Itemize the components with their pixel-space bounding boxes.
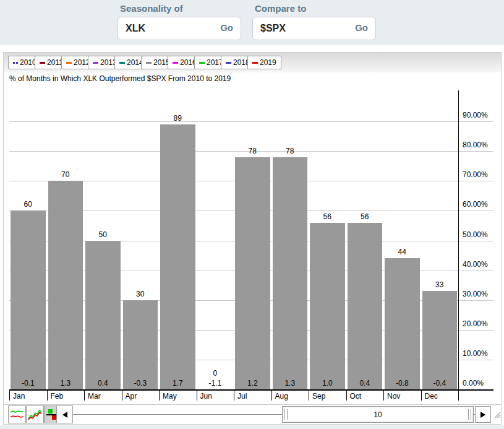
- bar-avg-gain-label: 0.4: [84, 379, 122, 388]
- bar-value-label: 0: [197, 369, 234, 378]
- scroll-left-button[interactable]: [56, 405, 73, 423]
- bar-sep: [310, 223, 345, 389]
- y-axis-tick-label: 70.00%: [463, 170, 488, 179]
- month-tick: [234, 389, 234, 401]
- bar-dec: [422, 291, 458, 389]
- month-tick: [197, 389, 197, 401]
- bar-nov: [385, 258, 420, 389]
- y-axis-tick-label: 20.00%: [463, 319, 488, 328]
- bar-jan: [11, 210, 46, 389]
- dash-line-marker-icon: [66, 62, 72, 64]
- bar-value-label: 56: [309, 212, 346, 221]
- dash-line-marker-icon: [146, 62, 152, 64]
- bar-value-label: 56: [346, 212, 384, 221]
- dash-line-marker-icon: [199, 62, 205, 64]
- dash-line-marker-icon: [40, 62, 45, 64]
- seasonality-go-button[interactable]: Go: [220, 22, 233, 33]
- comparison-lines-icon[interactable]: [8, 405, 26, 423]
- legend-year-label: 2019: [260, 58, 276, 67]
- resize-grip[interactable]: [492, 410, 501, 421]
- month-tick: [84, 389, 85, 401]
- bar-value-label: 78: [234, 147, 271, 155]
- legend-year-2019[interactable]: 2019: [247, 56, 281, 69]
- y-axis-tick-label: 50.00%: [463, 230, 488, 239]
- month-tick: [271, 389, 272, 401]
- dash-line-marker-icon: [226, 62, 231, 64]
- seasonality-of-label: Seasonality of: [120, 3, 183, 14]
- bar-apr: [123, 300, 158, 389]
- chart-title: % of Months in Which XLK Outperformed $S…: [9, 74, 231, 83]
- month-tick: [383, 389, 384, 401]
- bar-value-label: 44: [383, 248, 421, 256]
- bar-avg-gain-label: 1.3: [271, 379, 309, 388]
- resize-grip-icon: [492, 410, 501, 418]
- bar-avg-gain-label: 1.3: [47, 379, 85, 388]
- bar-oct: [348, 223, 383, 389]
- legend-year-label: 2011: [47, 58, 63, 67]
- bar-may: [160, 124, 195, 389]
- left-arrow-icon: [62, 412, 67, 418]
- scroll-value-label: 10: [374, 410, 382, 419]
- dash-line-marker-icon: [93, 62, 98, 64]
- bar-value-label: 60: [9, 200, 47, 209]
- thumb-grip-left: [284, 409, 288, 420]
- y-axis-tick-label: 30.00%: [463, 290, 488, 298]
- month-label-jun: Jun: [200, 392, 212, 401]
- page-footer-strip: [0, 425, 504, 429]
- bar-jul: [235, 157, 270, 389]
- comparison-lines-icon-glyph: [10, 409, 24, 420]
- month-tick: [122, 389, 122, 401]
- bar-avg-gain-label: -0.8: [383, 379, 421, 388]
- bar-feb: [48, 181, 83, 389]
- compare-input[interactable]: [260, 22, 347, 35]
- month-label-oct: Oct: [350, 392, 362, 401]
- month-tick: [47, 389, 48, 401]
- dash-line-marker-icon: [119, 62, 125, 64]
- x-axis-baseline: [9, 389, 493, 391]
- month-tick: [458, 389, 459, 401]
- bar-avg-gain-label: -0.3: [122, 379, 160, 388]
- dash-line-marker-icon: [173, 62, 178, 64]
- cumulative-lines-icon[interactable]: [26, 405, 44, 423]
- seasonality-input[interactable]: [126, 22, 212, 35]
- bar-mar: [85, 241, 121, 390]
- bar-value-label: 89: [159, 114, 197, 123]
- bar-avg-gain-label: 1.7: [159, 379, 197, 388]
- bar-avg-gain-label: -0.1: [9, 379, 47, 388]
- month-tick: [309, 389, 309, 401]
- y-axis-line: [458, 90, 459, 389]
- month-label-jan: Jan: [13, 392, 25, 401]
- dotted-line-marker-icon: [13, 62, 18, 64]
- bar-value-label: 33: [421, 280, 459, 289]
- month-label-apr: Apr: [126, 392, 137, 401]
- month-label-aug: Aug: [275, 392, 288, 401]
- bar-value-label: 30: [122, 290, 160, 298]
- scrollbar-thumb[interactable]: 10: [282, 406, 474, 423]
- month-label-sep: Sep: [312, 392, 325, 401]
- month-tick: [159, 389, 160, 401]
- gridline: [9, 121, 493, 122]
- dash-line-marker-icon: [252, 62, 258, 64]
- bar-value-label: 70: [47, 170, 85, 179]
- month-tick: [9, 389, 10, 401]
- y-axis-tick-label: 40.00%: [463, 260, 488, 269]
- compare-symbol-box: Go: [252, 17, 376, 40]
- legend-year-label: 2010: [20, 58, 36, 67]
- compare-go-button[interactable]: Go: [355, 22, 368, 33]
- y-axis-tick-label: 80.00%: [463, 141, 488, 149]
- bar-avg-gain-label: 0.4: [346, 379, 384, 388]
- month-label-mar: Mar: [88, 392, 101, 401]
- thumb-grip-right: [468, 409, 471, 420]
- bar-value-label: 78: [271, 147, 309, 155]
- month-label-may: May: [163, 392, 177, 401]
- bar-avg-gain-label: -1.1: [197, 379, 234, 388]
- bar-avg-gain-label: 1.0: [309, 379, 346, 388]
- bar-value-label: 50: [84, 230, 122, 239]
- toolbar-divider: [4, 404, 501, 405]
- month-label-jul: Jul: [237, 392, 247, 401]
- scroll-right-button[interactable]: [475, 406, 491, 423]
- month-tick: [346, 389, 347, 401]
- y-axis-tick-label: 90.00%: [463, 111, 488, 119]
- seasonality-chart-widget: 2010201120122013201420152016201720182019…: [3, 52, 502, 425]
- y-axis-tick-label: 0.00%: [463, 379, 484, 388]
